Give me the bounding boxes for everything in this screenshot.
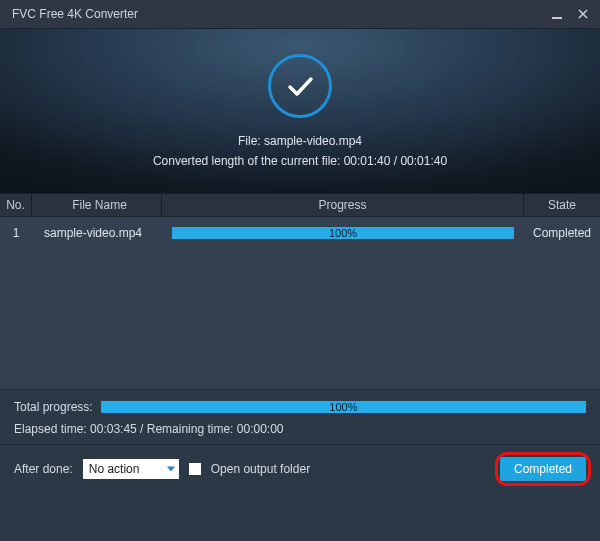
after-done-select[interactable]: No action (83, 459, 179, 479)
row-progress-bar: 100% (172, 227, 514, 239)
file-table-header: No. File Name Progress State (0, 193, 600, 217)
minimize-button[interactable] (550, 7, 564, 21)
converted-length-line: Converted length of the current file: 00… (153, 154, 447, 168)
file-table-body: 1 sample-video.mp4 100% Completed (0, 217, 600, 389)
current-file-line: File: sample-video.mp4 (238, 134, 362, 148)
summary-panel: Total progress: 100% Elapsed time: 00:03… (0, 389, 600, 444)
table-row[interactable]: 1 sample-video.mp4 100% Completed (0, 217, 600, 249)
cell-state: Completed (524, 226, 600, 240)
row-progress-label: 100% (329, 227, 357, 239)
window-controls (550, 7, 590, 21)
chevron-down-icon (167, 467, 175, 472)
completed-button[interactable]: Completed (500, 457, 586, 481)
col-header-state: State (524, 194, 600, 216)
title-bar: FVC Free 4K Converter (0, 0, 600, 28)
total-progress-label: Total progress: (14, 400, 93, 414)
open-output-folder-checkbox[interactable] (189, 463, 201, 475)
status-hero: File: sample-video.mp4 Converted length … (0, 28, 600, 193)
app-window: FVC Free 4K Converter File: sample-video… (0, 0, 600, 541)
total-progress-bar: 100% (101, 401, 586, 413)
completed-button-label: Completed (514, 462, 572, 476)
col-header-no: No. (0, 194, 32, 216)
window-title: FVC Free 4K Converter (12, 7, 138, 21)
success-check-icon (268, 54, 332, 118)
col-header-name: File Name (32, 194, 162, 216)
footer-bar: After done: No action Open output folder… (0, 445, 600, 493)
close-button[interactable] (576, 7, 590, 21)
after-done-select-value: No action (89, 462, 140, 476)
elapsed-remaining-line: Elapsed time: 00:03:45 / Remaining time:… (14, 422, 586, 436)
col-header-progress: Progress (162, 194, 524, 216)
cell-no: 1 (0, 226, 32, 240)
svg-rect-0 (552, 17, 562, 19)
total-progress-percent: 100% (329, 401, 357, 413)
after-done-label: After done: (14, 462, 73, 476)
open-output-folder-label[interactable]: Open output folder (211, 462, 310, 476)
cell-progress: 100% (162, 227, 524, 239)
total-progress-row: Total progress: 100% (14, 400, 586, 414)
cell-filename: sample-video.mp4 (32, 226, 162, 240)
